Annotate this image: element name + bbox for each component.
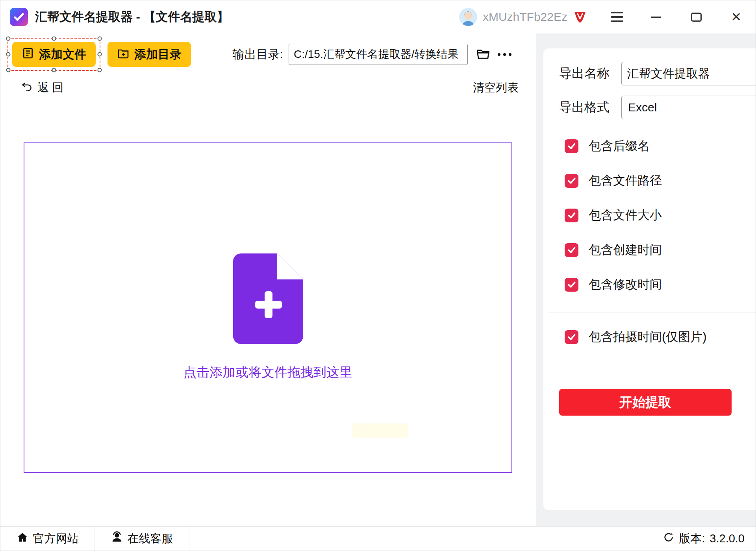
selection-handle[interactable] <box>98 68 102 72</box>
checkbox-checked-icon[interactable] <box>565 174 578 188</box>
add-file-icon <box>22 47 34 62</box>
checkbox-checked-icon[interactable] <box>565 243 578 257</box>
export-format-label: 导出格式 <box>559 99 621 116</box>
divider <box>549 312 756 312</box>
checkbox-label: 包含修改时间 <box>589 276 662 293</box>
official-website-label: 官方网站 <box>33 531 79 547</box>
titlebar: 汇帮文件名提取器 - 【文件名提取】 xMUzhTFb22Ez <box>0 0 756 33</box>
vip-badge-icon[interactable] <box>573 10 587 24</box>
dropzone-hint: 点击添加或将文件拖拽到这里 <box>183 364 352 381</box>
start-extract-button[interactable]: 开始提取 <box>559 389 732 416</box>
username: xMUzhTFb22Ez <box>483 10 567 24</box>
support-agent-icon <box>111 531 123 546</box>
toolbar: 添加文件 添加目录 输出目录: <box>0 33 536 71</box>
option-include-path[interactable]: 包含文件路径 <box>565 174 756 188</box>
checkbox-label: 包含文件路径 <box>589 172 662 189</box>
selection-handle[interactable] <box>98 52 102 57</box>
add-file-button[interactable]: 添加文件 <box>12 42 96 67</box>
back-icon <box>21 81 33 95</box>
selection-handle[interactable] <box>6 37 11 41</box>
output-dir-label: 输出目录: <box>233 46 283 63</box>
home-icon <box>17 531 28 546</box>
selection-handle[interactable] <box>98 37 102 41</box>
refresh-icon[interactable] <box>663 532 674 545</box>
output-dir-input[interactable] <box>289 44 468 65</box>
add-directory-label: 添加目录 <box>134 46 182 63</box>
option-include-created-time[interactable]: 包含创建时间 <box>565 243 756 257</box>
online-support-label: 在线客服 <box>128 531 173 547</box>
add-file-big-icon <box>233 253 303 346</box>
selection-handle[interactable] <box>6 52 11 57</box>
add-file-label: 添加文件 <box>39 46 86 63</box>
checkbox-checked-icon[interactable] <box>565 209 578 222</box>
back-button[interactable]: 返 回 <box>21 80 63 96</box>
menu-icon[interactable] <box>611 12 623 22</box>
selection-handle[interactable] <box>52 68 56 72</box>
more-options-icon[interactable] <box>498 53 511 56</box>
selection-handle[interactable] <box>6 68 11 72</box>
export-format-value: Excel <box>628 101 657 114</box>
online-support-link[interactable]: 在线客服 <box>95 527 189 551</box>
checkbox-label: 包含拍摄时间(仅图片) <box>589 329 707 345</box>
app-title: 汇帮文件名提取器 - 【文件名提取】 <box>35 9 229 25</box>
browse-folder-icon[interactable] <box>476 47 491 62</box>
version-info: 版本: 3.2.0.0 <box>663 531 756 547</box>
app-window: 汇帮文件名提取器 - 【文件名提取】 xMUzhTFb22Ez <box>0 0 756 551</box>
toolbar-secondary: 返 回 清空列表 <box>0 71 536 96</box>
checkbox-label: 包含文件大小 <box>589 207 662 224</box>
option-include-photo-time[interactable]: 包含拍摄时间(仅图片) <box>565 330 756 344</box>
export-name-label: 导出名称 <box>559 65 621 82</box>
option-include-size[interactable]: 包含文件大小 <box>565 208 756 222</box>
checkbox-checked-icon[interactable] <box>565 278 578 292</box>
close-button[interactable]: ✕ <box>729 8 744 26</box>
official-website-link[interactable]: 官方网站 <box>0 527 95 551</box>
annotation-selection-box: 添加文件 <box>7 38 100 71</box>
main-panel: 添加文件 添加目录 输出目录: <box>0 33 536 526</box>
checkbox-checked-icon[interactable] <box>565 330 578 344</box>
checkbox-label: 包含后缀名 <box>589 138 650 154</box>
add-directory-icon <box>117 47 130 62</box>
export-settings-card: 导出名称 导出格式 Excel 包含后缀名 <box>543 48 756 510</box>
option-include-modified-time[interactable]: 包含修改时间 <box>565 277 756 292</box>
back-label: 返 回 <box>37 80 63 96</box>
option-include-extension[interactable]: 包含后缀名 <box>565 139 756 153</box>
add-directory-button[interactable]: 添加目录 <box>107 42 191 67</box>
version-label: 版本: <box>679 531 705 547</box>
footer: 官方网站 在线客服 版本: 3.2.0.0 <box>0 526 756 551</box>
checkbox-label: 包含创建时间 <box>589 242 662 258</box>
maximize-button[interactable] <box>689 8 704 26</box>
sidebar: 导出名称 导出格式 Excel 包含后缀名 <box>536 33 756 526</box>
selection-handle[interactable] <box>52 37 56 41</box>
dropzone[interactable]: 点击添加或将文件拖拽到这里 <box>24 142 512 473</box>
version-value: 3.2.0.0 <box>710 532 745 545</box>
export-name-input[interactable] <box>621 62 756 85</box>
checkbox-checked-icon[interactable] <box>565 139 578 153</box>
app-logo-icon <box>10 8 28 26</box>
minimize-button[interactable] <box>649 8 663 26</box>
export-format-select[interactable]: Excel <box>621 96 756 119</box>
user-avatar[interactable] <box>459 8 477 26</box>
watermark <box>352 423 408 438</box>
clear-list-button[interactable]: 清空列表 <box>473 80 519 96</box>
